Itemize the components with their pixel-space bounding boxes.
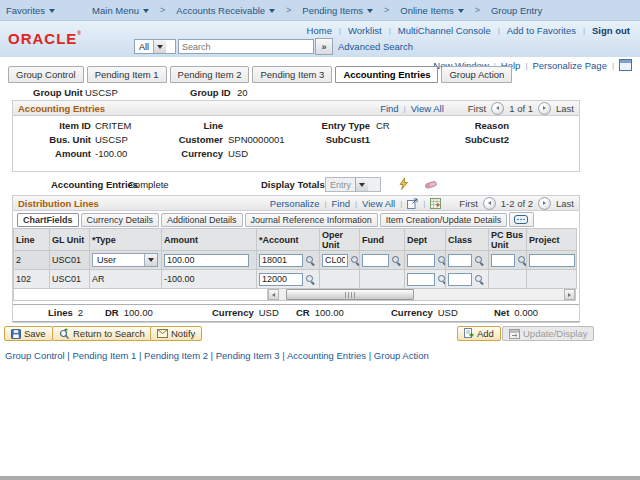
find-link[interactable]: Find xyxy=(332,198,350,209)
view-all-link[interactable]: View All xyxy=(362,198,395,209)
grid-input-dept[interactable] xyxy=(407,273,435,286)
footer-link-pending-item-1[interactable]: Pending Item 1 xyxy=(72,350,136,361)
search-input[interactable] xyxy=(178,39,314,54)
breadcrumb-item-group-entry[interactable]: Group Entry xyxy=(491,5,542,16)
search-scope-select[interactable]: All xyxy=(134,39,176,54)
separator: | xyxy=(612,61,614,70)
previous-row-icon[interactable] xyxy=(491,102,504,115)
grid-input-oper-unit[interactable] xyxy=(322,254,348,267)
dist-tab-additional-details[interactable]: Additional Details xyxy=(161,213,243,227)
breadcrumb-item-main-menu[interactable]: Main Menu xyxy=(92,5,149,16)
grid-select-type[interactable]: User xyxy=(92,253,158,267)
notify-button[interactable]: Notify xyxy=(150,326,202,341)
first-label[interactable]: First xyxy=(468,103,486,114)
lookup-magnifier-icon[interactable] xyxy=(474,255,484,265)
return-to-search-button[interactable]: Return to Search xyxy=(52,326,152,341)
chevron-down-icon[interactable] xyxy=(144,254,157,266)
scrollbar-track[interactable] xyxy=(279,289,564,300)
add-button[interactable]: Add xyxy=(457,326,501,341)
distribution-lines-header: Distribution Lines Personalize | Find | … xyxy=(13,196,579,211)
search-go-button[interactable]: » xyxy=(315,38,333,55)
separator: | xyxy=(366,350,374,361)
field-label-currency: Currency xyxy=(113,148,223,159)
grid-row: 102USC01AR-100.00 xyxy=(14,270,577,289)
dist-tab-currency-details[interactable]: Currency Details xyxy=(81,213,160,227)
tab-group-control[interactable]: Group Control xyxy=(8,66,84,83)
show-all-columns-icon[interactable] xyxy=(509,212,534,227)
eraser-icon[interactable] xyxy=(424,179,438,192)
breadcrumb-item-favorites[interactable]: Favorites xyxy=(6,5,55,16)
dist-tab-journal-reference-information[interactable]: Journal Reference Information xyxy=(245,213,378,227)
scroll-right-icon[interactable] xyxy=(564,289,575,300)
save-button[interactable]: Save xyxy=(4,326,53,341)
grid-input-fund[interactable] xyxy=(362,254,389,267)
lookup-magnifier-icon[interactable] xyxy=(437,274,446,284)
lookup-magnifier-icon[interactable] xyxy=(517,255,527,265)
find-link[interactable]: Find xyxy=(380,103,398,114)
breadcrumb-item-pending-items[interactable]: Pending Items xyxy=(302,5,373,16)
page-tabs: Group ControlPending Item 1Pending Item … xyxy=(8,66,515,83)
registered-mark-icon: ® xyxy=(77,30,82,36)
separator: | xyxy=(208,350,216,361)
tab-group-action[interactable]: Group Action xyxy=(441,66,512,83)
previous-rows-icon[interactable] xyxy=(483,197,496,210)
scroll-left-icon[interactable] xyxy=(268,289,279,300)
personalize-link[interactable]: Personalize xyxy=(270,198,320,209)
lookup-magnifier-icon[interactable] xyxy=(350,255,360,265)
footer-link-accounting-entries[interactable]: Accounting Entries xyxy=(287,350,366,361)
advanced-search-link[interactable]: Advanced Search xyxy=(338,41,413,52)
header-link-add-to-favorites[interactable]: Add to Favorites xyxy=(507,25,576,36)
last-label[interactable]: Last xyxy=(556,103,574,114)
header-link-worklist[interactable]: Worklist xyxy=(348,25,382,36)
grid-input-account[interactable] xyxy=(259,273,303,286)
sign-out-link[interactable]: Sign out xyxy=(592,25,630,36)
footer-link-pending-item-3[interactable]: Pending Item 3 xyxy=(216,350,280,361)
lookup-magnifier-icon[interactable] xyxy=(437,255,446,265)
tab-pending-item-2[interactable]: Pending Item 2 xyxy=(170,66,250,83)
total-label: Currency xyxy=(212,307,254,318)
dist-tab-item-creation-update-details[interactable]: Item Creation/Update Details xyxy=(380,213,508,227)
total-value: 100.00 xyxy=(315,307,344,318)
breadcrumb-item-online-items[interactable]: Online Items xyxy=(400,5,463,16)
tab-accounting-entries[interactable]: Accounting Entries xyxy=(335,66,438,83)
grid-input-pc-bus-unit[interactable] xyxy=(491,254,515,267)
lookup-magnifier-icon[interactable] xyxy=(305,255,315,265)
zoom-grid-icon[interactable] xyxy=(407,198,418,209)
grid-input-dept[interactable] xyxy=(407,254,435,267)
first-label[interactable]: First xyxy=(459,198,477,209)
footer-link-group-action[interactable]: Group Action xyxy=(374,350,429,361)
last-label[interactable]: Last xyxy=(556,198,574,209)
grid-input-project[interactable] xyxy=(529,254,575,267)
grid-input-account[interactable] xyxy=(259,254,303,267)
tab-pending-item-1[interactable]: Pending Item 1 xyxy=(87,66,167,83)
lookup-magnifier-icon[interactable] xyxy=(474,274,484,284)
separator: | xyxy=(525,61,527,70)
grid-cell-type: User xyxy=(90,251,162,270)
scrollbar-thumb[interactable] xyxy=(286,289,414,300)
next-row-icon[interactable] xyxy=(538,102,551,115)
view-all-link[interactable]: View All xyxy=(411,103,444,114)
field-label-reason: Reason xyxy=(409,120,509,131)
chevron-down-icon[interactable] xyxy=(153,40,166,53)
lookup-magnifier-icon[interactable] xyxy=(391,255,401,265)
header-link-home[interactable]: Home xyxy=(307,25,332,36)
download-to-excel-icon[interactable] xyxy=(430,198,441,209)
new-window-icon[interactable] xyxy=(619,59,632,71)
breadcrumb-item-accounts-receivable[interactable]: Accounts Receivable xyxy=(176,5,275,16)
dist-tab-chartfields[interactable]: ChartFields xyxy=(17,213,79,227)
lightning-icon[interactable] xyxy=(398,178,409,192)
grid-cell-amount xyxy=(162,251,257,270)
grid-cell-pc-bus-unit xyxy=(489,251,527,270)
footer-link-pending-item-2[interactable]: Pending Item 2 xyxy=(144,350,208,361)
footer-link-group-control[interactable]: Group Control xyxy=(5,350,65,361)
next-rows-icon[interactable] xyxy=(538,197,551,210)
grid-input-class[interactable] xyxy=(448,254,472,267)
header-link-multichannel-console[interactable]: MultiChannel Console xyxy=(398,25,491,36)
lookup-magnifier-icon[interactable] xyxy=(305,274,315,284)
tab-pending-item-3[interactable]: Pending Item 3 xyxy=(252,66,332,83)
grid-input-class[interactable] xyxy=(448,273,472,286)
grid-input-amount[interactable] xyxy=(164,254,249,267)
horizontal-scrollbar[interactable] xyxy=(268,289,575,300)
utility-link-personalize-page[interactable]: Personalize Page xyxy=(532,60,606,71)
update-display-button: Update/Display xyxy=(502,326,594,341)
